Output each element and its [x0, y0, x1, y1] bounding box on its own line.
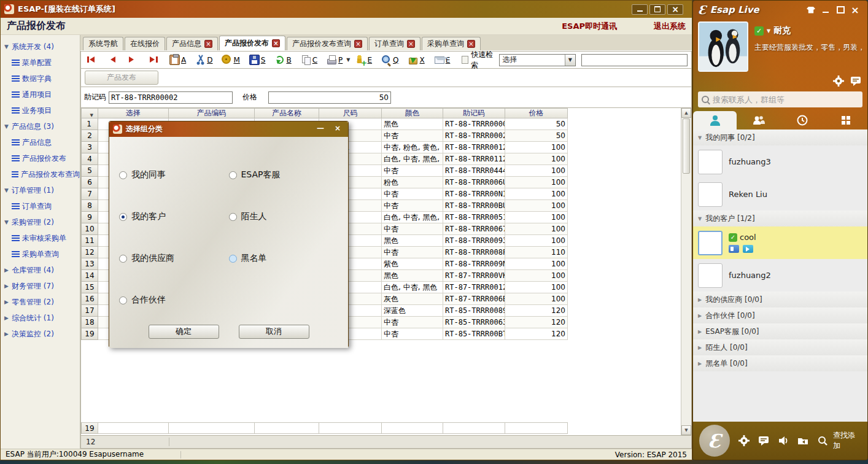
row-number-cell[interactable]: 16 [81, 293, 98, 305]
cell-mnemonic[interactable]: RT-87-TRRR006B [443, 293, 505, 305]
status-dropdown-icon[interactable] [767, 28, 770, 34]
minimize-icon[interactable] [632, 4, 648, 15]
chat-icon[interactable] [758, 435, 769, 446]
online-status-icon[interactable] [754, 26, 764, 36]
tab-close-icon[interactable] [467, 40, 475, 48]
cell-price[interactable]: 100 [505, 235, 568, 247]
skin-icon[interactable] [804, 4, 818, 15]
contact-list-item[interactable]: ESAP客服 [0/0] [693, 323, 867, 339]
cell-price[interactable]: 100 [505, 165, 568, 177]
radio-icon[interactable] [229, 213, 237, 221]
sidebar-item[interactable]: 系统开发 (4) [1, 39, 80, 55]
user-signature[interactable]: 主要经营服装批发，零售，男装，女 [754, 42, 862, 53]
find-add-label[interactable]: 查找添加 [833, 430, 861, 451]
contact-card-icon[interactable] [729, 245, 739, 253]
row-number-cell[interactable]: 18 [81, 317, 98, 328]
radio-icon[interactable] [119, 171, 127, 179]
sidebar-item[interactable]: 采购管理 (2) [1, 214, 80, 230]
tab[interactable]: 在线报价 [125, 37, 165, 50]
cell-color[interactable]: 中杏 [382, 247, 443, 258]
contact-list-item[interactable]: 合作伙伴 [0/0] [693, 307, 867, 323]
sidebar-item[interactable]: 财务管理 (7) [1, 278, 80, 294]
row-number-cell[interactable]: 12 [81, 247, 98, 258]
toolbar-button[interactable] [85, 54, 105, 66]
tab[interactable]: 订单查询 [369, 37, 420, 50]
row-number-cell[interactable]: 5 [81, 165, 98, 177]
radio-option[interactable]: ESAP客服 [229, 169, 339, 180]
cell-mnemonic[interactable]: RT-88-TRRR009N [443, 258, 505, 270]
cell-mnemonic[interactable]: RT-88-TRRR0112 [443, 153, 505, 165]
cell-color[interactable]: 中杏 [382, 328, 443, 340]
sidebar-item[interactable]: 数据字典 [1, 71, 80, 87]
cell-color[interactable]: 中杏 [382, 165, 443, 177]
radio-icon[interactable] [119, 296, 127, 304]
cell-price[interactable]: 110 [505, 247, 568, 258]
tab-groups[interactable] [737, 111, 780, 130]
price-input[interactable] [268, 91, 391, 104]
radio-icon[interactable] [119, 213, 127, 221]
sidebar-item[interactable]: 菜单配置 [1, 55, 80, 71]
cell-mnemonic[interactable]: RT-88-TRRR008P [443, 247, 505, 258]
cell-color[interactable]: 白色, 中杏, 黑色 [382, 282, 443, 293]
radio-option[interactable]: 陌生人 [229, 211, 339, 222]
scrollbar-thumb[interactable] [683, 118, 690, 174]
cell-price[interactable]: 100 [505, 188, 568, 200]
toolbar-button[interactable]: X [407, 54, 432, 66]
exit-system-link[interactable]: 退出系统 [654, 21, 686, 32]
scroll-up-icon[interactable] [681, 108, 691, 118]
row-number-cell[interactable]: 6 [81, 177, 98, 188]
sidebar-item[interactable]: 综合统计 (1) [1, 310, 80, 326]
cell-price[interactable]: 100 [505, 200, 568, 212]
toolbar-button[interactable]: C [300, 54, 325, 66]
row-number-cell[interactable]: 10 [81, 223, 98, 235]
grid-column-header[interactable]: 选择 [98, 108, 169, 118]
tab[interactable]: 产品报价发布 [219, 36, 285, 50]
row-number-cell[interactable]: 4 [81, 153, 98, 165]
grid-column-header[interactable]: 价格 [505, 108, 568, 118]
gear-icon[interactable] [833, 75, 844, 87]
radio-option[interactable]: 我的客户 [119, 211, 229, 222]
toolbar-button[interactable]: E [354, 54, 379, 66]
settings-gear-icon[interactable] [738, 435, 750, 446]
cell-color[interactable]: 黑色 [382, 235, 443, 247]
sidebar-item[interactable]: 仓库管理 (4) [1, 262, 80, 278]
cell-price[interactable]: 100 [505, 270, 568, 282]
grid-filter-icon[interactable] [81, 108, 98, 118]
row-number-cell[interactable]: 8 [81, 200, 98, 212]
contact-list-item[interactable]: fuzhuang2 [693, 259, 867, 292]
live-minimize-icon[interactable] [818, 4, 833, 15]
radio-option[interactable]: 我的供应商 [119, 253, 229, 264]
tab-close-icon[interactable] [272, 39, 280, 47]
cell-price[interactable]: 100 [505, 258, 568, 270]
cell-color[interactable]: 中杏 [382, 188, 443, 200]
row-number-cell[interactable]: 14 [81, 270, 98, 282]
toolbar-button[interactable] [106, 54, 126, 66]
ok-button[interactable]: 确定 [149, 325, 219, 339]
sidebar-item[interactable]: 业务项目 [1, 102, 80, 118]
cell-mnemonic[interactable]: RT-85-TRRR0063 [443, 317, 505, 328]
message-icon[interactable] [850, 75, 861, 87]
radio-icon[interactable] [229, 171, 237, 179]
cell-mnemonic[interactable]: RT-88-TRRR0444 [443, 165, 505, 177]
maximize-icon[interactable] [649, 4, 665, 15]
chevron-down-icon[interactable] [565, 55, 575, 66]
publish-product-button[interactable]: 产品发布 [85, 71, 158, 85]
tab[interactable]: 系统导航 [83, 37, 123, 50]
scroll-down-icon[interactable] [681, 425, 691, 435]
contact-list-item[interactable]: Reken Liu [693, 178, 867, 211]
folder-share-icon[interactable] [797, 435, 808, 446]
cell-price[interactable]: 120 [505, 317, 568, 328]
contact-search[interactable] [698, 91, 862, 107]
sidebar-item[interactable]: 决策监控 (2) [1, 326, 80, 342]
cell-color[interactable]: 紫色 [382, 258, 443, 270]
sidebar-item[interactable]: 零售管理 (2) [1, 294, 80, 310]
profile-avatar[interactable] [698, 21, 748, 72]
row-number-cell[interactable]: 15 [81, 282, 98, 293]
cell-color[interactable]: 白色, 中杏, 黑色, [382, 153, 443, 165]
cell-price[interactable]: 100 [505, 212, 568, 223]
cell-color[interactable]: 中杏 [382, 130, 443, 142]
cell-price[interactable]: 120 [505, 328, 568, 340]
toolbar-button[interactable]: S [248, 54, 273, 66]
grid-column-header[interactable]: 尺码 [319, 108, 382, 118]
find-add-icon[interactable] [817, 435, 828, 446]
